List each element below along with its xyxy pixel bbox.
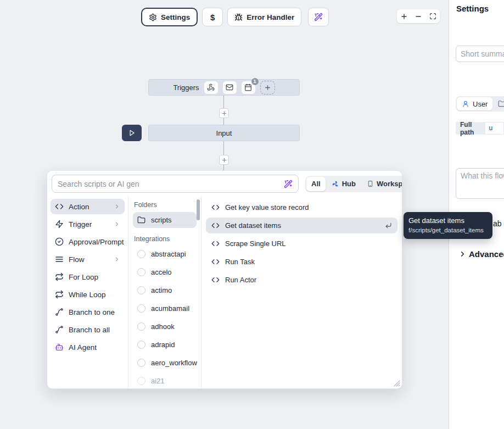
filter-tab-all[interactable]: All	[306, 177, 326, 191]
triggers-node[interactable]: Triggers 1	[148, 79, 300, 96]
category-trigger[interactable]: Trigger	[51, 216, 125, 232]
integration-item[interactable]: abstractapi	[133, 246, 197, 262]
summary-input[interactable]	[456, 46, 504, 62]
integration-item[interactable]: ai21	[133, 373, 197, 388]
integration-item[interactable]: acumbamail	[133, 300, 197, 316]
advanced-label: Advanced	[469, 249, 504, 259]
integration-item[interactable]: actimo	[133, 282, 197, 298]
result-tooltip: Get dataset items f/scripts/get_dataset_…	[404, 212, 492, 239]
resize-handle[interactable]	[394, 380, 400, 387]
category-label: Branch to one	[69, 308, 115, 316]
integration-item[interactable]: adhook	[133, 319, 197, 335]
integration-logo-placeholder	[137, 286, 145, 294]
integration-logo-placeholder	[137, 359, 145, 367]
user-tab-label: User	[473, 100, 488, 108]
chevron-right-icon	[114, 256, 120, 263]
run-flow-button[interactable]	[122, 125, 142, 141]
integration-item[interactable]: accelo	[133, 264, 197, 280]
play-icon	[128, 129, 136, 137]
category-while-loop[interactable]: While Loop	[51, 287, 125, 302]
category-label: For Loop	[69, 273, 98, 281]
integration-label: ai21	[151, 377, 165, 385]
mail-icon	[226, 83, 233, 91]
dollar-icon: $	[210, 13, 215, 22]
integration-item[interactable]: aero_workflow	[133, 355, 197, 371]
calendar-icon	[244, 83, 252, 91]
plus-icon	[400, 13, 408, 20]
picker-searchbox	[52, 175, 299, 193]
integration-logo-placeholder	[137, 341, 145, 349]
maximize-icon	[429, 13, 436, 20]
webhook-trigger-chip[interactable]	[204, 81, 218, 94]
folder-label: scripts	[151, 216, 172, 224]
result-item[interactable]: Run Actor	[206, 272, 397, 288]
zap-icon	[55, 220, 64, 229]
path-folder-tab[interactable]	[494, 97, 504, 110]
insert-step-button-top[interactable]	[219, 108, 229, 118]
category-branch-to-all[interactable]: Branch to all	[51, 322, 125, 337]
integration-logo-placeholder	[137, 250, 145, 258]
script-results-list: Get key value store record Get dataset i…	[201, 196, 402, 388]
category-ai-agent[interactable]: AI Agent	[51, 339, 125, 355]
ai-wand-button[interactable]	[308, 8, 329, 26]
add-trigger-button[interactable]	[260, 81, 275, 94]
picker-body: Action Trigger Approval/Prompt Flow For	[47, 196, 402, 388]
panel-title: Settings	[456, 4, 489, 13]
gear-icon	[149, 13, 157, 21]
settings-button-label: Settings	[161, 13, 190, 21]
email-trigger-chip[interactable]	[223, 81, 237, 94]
integration-label: adrapid	[151, 341, 175, 349]
check-circle-icon	[55, 237, 64, 246]
result-item-selected[interactable]: Get dataset items	[206, 218, 397, 233]
insert-step-button-bottom[interactable]	[219, 155, 229, 165]
category-branch-to-one[interactable]: Branch to one	[51, 304, 125, 320]
result-item[interactable]: Get key value store record	[206, 199, 397, 215]
magic-wand-icon	[314, 13, 323, 21]
category-approval-prompt[interactable]: Approval/Prompt	[51, 234, 125, 249]
user-icon	[462, 100, 469, 108]
search-input[interactable]	[58, 180, 279, 188]
integrations-header: Integrations	[134, 235, 197, 243]
integration-item[interactable]: adrapid	[133, 337, 197, 353]
input-node[interactable]: Input	[148, 125, 300, 141]
settings-button[interactable]: Settings	[141, 8, 198, 26]
zoom-out-button[interactable]	[411, 9, 425, 23]
category-action[interactable]: Action	[51, 199, 125, 214]
branch-icon	[55, 308, 64, 316]
cache-dollar-button[interactable]: $	[202, 8, 223, 26]
input-node-label: Input	[216, 129, 232, 137]
fit-view-button[interactable]	[425, 9, 440, 23]
plus-cross-icon	[221, 157, 227, 163]
filter-all-label: All	[311, 180, 321, 188]
advanced-toggle[interactable]: Advanced	[458, 249, 504, 259]
path-user-tab[interactable]: User	[457, 97, 492, 110]
chevron-right-icon	[114, 203, 120, 210]
category-flow[interactable]: Flow	[51, 252, 125, 267]
error-handler-button[interactable]: Error Handler	[227, 8, 301, 26]
picker-header: All Hub Workspace	[47, 171, 402, 196]
branch-icon	[55, 325, 64, 334]
category-label: Action	[69, 203, 89, 211]
result-label: Run Actor	[225, 276, 256, 284]
zoom-in-button[interactable]	[397, 9, 411, 23]
folder-item-scripts[interactable]: scripts	[133, 212, 197, 228]
scrollbar-thumb[interactable]	[197, 199, 200, 220]
result-item[interactable]: Run Task	[206, 254, 397, 270]
filter-hub-label: Hub	[342, 180, 356, 188]
result-item[interactable]: Scrape Single URL	[206, 236, 397, 252]
folders-header: Folders	[134, 201, 197, 209]
integration-logo-placeholder	[137, 377, 145, 385]
category-list: Action Trigger Approval/Prompt Flow For	[47, 196, 128, 388]
code-icon	[211, 258, 220, 266]
integration-label: abstractapi	[151, 250, 186, 258]
path-owner-tabs: User	[456, 96, 504, 112]
description-textarea[interactable]	[456, 168, 504, 199]
integration-label: aero_workflow	[151, 359, 197, 367]
filter-tab-workspace[interactable]: Workspace	[362, 177, 402, 191]
ai-wand-icon[interactable]	[284, 180, 293, 188]
schedule-trigger-chip[interactable]: 1	[242, 81, 255, 94]
resize-grip-icon	[394, 380, 400, 387]
filter-tab-hub[interactable]: Hub	[327, 177, 361, 191]
category-for-loop[interactable]: For Loop	[51, 269, 125, 285]
clipped-panel-text: ab	[493, 219, 502, 228]
